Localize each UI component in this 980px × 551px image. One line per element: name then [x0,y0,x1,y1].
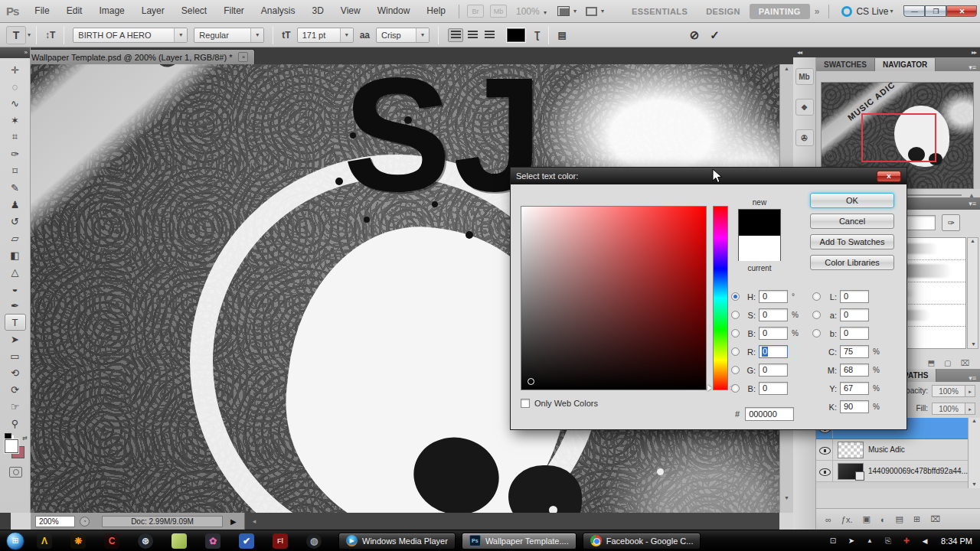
radio-button[interactable] [731,292,740,301]
value-field[interactable]: 0 [759,345,788,358]
move-tool[interactable]: ✛ [5,61,26,78]
color-field[interactable] [521,206,707,390]
value-field[interactable]: 90 [840,400,869,413]
tab-close-icon[interactable]: × [238,52,248,62]
taskbar-chrome-button[interactable]: Facebook - Google C... [583,533,701,549]
crop-tool[interactable]: ⌗ [5,129,26,145]
fl-studio-icon[interactable]: ❋ [70,533,86,549]
scroll-up-icon[interactable]: ▲ [972,418,977,423]
3d-rotate-tool[interactable]: ⟲ [5,364,26,381]
green-app-icon[interactable] [172,533,187,549]
new-layer-icon[interactable]: ⊞ [913,514,920,524]
layer-list-scrollbar[interactable]: ▲ ▼ [968,418,980,488]
ok-button[interactable]: OK [810,193,894,208]
color-field-marker[interactable] [528,378,534,385]
dialog-close-button[interactable]: × [877,171,901,182]
aim-icon[interactable]: Λ [37,533,52,549]
brush-preset-picker-icon[interactable]: ✑ [942,214,960,231]
panel-tab[interactable]: NAVIGATOR [875,58,936,71]
menu-item[interactable]: File [26,0,57,22]
scroll-up-icon[interactable]: ▲ [970,238,975,243]
zoom-tool[interactable]: ⚲ [5,415,26,432]
value-field[interactable]: 0 [759,382,788,395]
delete-layer-icon[interactable]: ⌧ [930,514,940,524]
menu-item[interactable]: Image [90,0,132,22]
text-color-swatch[interactable] [507,28,525,42]
screen-mode-button[interactable]: ▾ [586,7,604,16]
tray-network-error-icon[interactable]: ✚ [901,536,912,546]
menu-item[interactable]: Select [173,0,215,22]
layer-visibility-icon[interactable] [816,461,833,481]
cs-live-button[interactable]: CS Live▾ [841,6,893,17]
open-preset-icon[interactable]: ⬒ [928,359,935,367]
radio-button[interactable] [731,347,740,356]
lasso-tool[interactable]: ∿ [5,95,26,112]
navigator-proxy-rectangle[interactable] [861,113,936,162]
menu-item[interactable]: Filter [215,0,253,22]
minimize-button[interactable]: — [903,5,925,17]
shape-tool[interactable]: ▭ [5,347,26,364]
workspace-more-button[interactable]: » [815,6,820,17]
dialog-title-bar[interactable]: Select text color: × [511,168,906,184]
arrange-documents-button[interactable]: ▾ [557,6,577,16]
pen-tool[interactable]: ✒ [5,297,26,314]
hue-slider[interactable] [713,206,728,390]
default-colors-icon[interactable] [5,433,11,439]
cancel-button[interactable]: Cancel [810,214,894,229]
opacity-arrow-icon[interactable]: ▸ [965,385,975,397]
align-right-button[interactable] [482,28,497,42]
flash-icon[interactable]: Fl [273,533,288,549]
menu-item[interactable]: View [332,0,369,22]
link-layers-icon[interactable]: ∞ [825,515,831,524]
value-field[interactable]: 0 [759,364,788,377]
magic-wand-tool[interactable]: ✶ [5,112,26,129]
minibridge-icon[interactable]: Mb [490,5,507,18]
new-brush-icon[interactable]: ▢ [944,359,951,367]
workspace-tab[interactable]: DESIGN [697,4,750,19]
value-field[interactable]: 0 [759,290,788,303]
color-libraries-button[interactable]: Color Libraries [810,255,894,270]
dodge-tool[interactable]: ◒ [5,280,26,297]
radio-button[interactable] [812,311,821,319]
hex-value-field[interactable]: 000000 [745,407,794,421]
brush-tool[interactable]: ✎ [5,179,26,196]
clone-stamp-tool[interactable]: ♟ [5,196,26,213]
path-selection-tool[interactable]: ➤ [5,331,26,347]
value-field[interactable]: 67 [840,382,869,395]
value-field[interactable]: 0 [759,327,788,340]
workspace-tab[interactable]: ESSENTIALS [622,4,697,19]
tool-presets-icon[interactable]: ✇ [795,129,814,146]
value-field[interactable]: 0 [759,308,788,321]
history-brush-tool[interactable]: ↺ [5,213,26,230]
adjustment-layer-icon[interactable]: ◐ [880,515,886,524]
align-center-button[interactable] [465,28,480,42]
scroll-up-icon[interactable]: ▲ [784,66,789,71]
gradient-tool[interactable]: ◧ [5,246,26,263]
start-button[interactable]: ⊞ [6,532,24,550]
hand-tool[interactable]: ☞ [5,398,26,415]
steam-icon[interactable]: ⊛ [138,533,153,549]
tray-volume-icon[interactable]: ◀ [920,536,930,546]
tray-window-icon[interactable]: ⊡ [828,536,838,546]
document-tab[interactable]: Wallpaper Template.psd @ 200% (Layer 1, … [24,49,255,64]
status-options-arrow[interactable]: ▶ [230,517,237,526]
layer-thumbnail[interactable] [838,442,864,458]
close-button[interactable]: ✕ [946,5,977,17]
bridge-icon[interactable]: Br [467,5,484,18]
hue-slider-arrow[interactable] [707,385,712,391]
current-color-swatch[interactable] [739,236,780,261]
scroll-down-icon[interactable]: ▼ [971,341,976,347]
radio-button[interactable] [731,311,740,319]
tools-collapse-button[interactable]: » [0,47,30,58]
scroll-left-icon[interactable]: ◂ [253,517,256,525]
panel-menu-icon[interactable]: ▾≡ [969,64,980,71]
type-tool-preset-icon[interactable]: T [6,26,26,44]
taskbar-wmp-button[interactable]: ▶ Windows Media Player [338,533,456,549]
delete-brush-icon[interactable]: ⌧ [960,359,969,367]
layer-row[interactable]: Music Adic [816,439,968,461]
value-field[interactable]: 68 [840,364,869,377]
radio-button[interactable] [812,329,821,337]
zoom-level-dropdown[interactable]: 100% ▾ [516,6,547,17]
quick-mask-button[interactable] [9,467,22,478]
menu-item[interactable]: Analysis [253,0,304,22]
